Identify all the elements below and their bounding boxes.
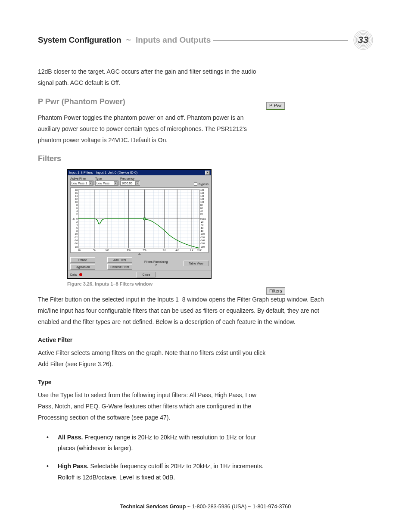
- svg-text:-14: -14: [75, 239, 78, 242]
- svg-text:20: 20: [200, 213, 203, 215]
- svg-text:12: 12: [75, 198, 78, 200]
- chevron-down-icon: ▾: [89, 181, 93, 185]
- header-title: System Configuration: [38, 35, 121, 45]
- svg-text:-18: -18: [75, 246, 78, 248]
- bullet-text: Selectable frequency cutoff is 20Hz to 2…: [58, 463, 264, 481]
- frequency-input[interactable]: 1000.00▪: [120, 180, 140, 186]
- svg-text:100: 100: [106, 249, 109, 252]
- frequency-field: Frequency 1000.00▪: [120, 177, 140, 186]
- close-icon[interactable]: ×: [205, 171, 210, 175]
- header-rule: [213, 40, 348, 40]
- svg-text:140: 140: [200, 195, 204, 197]
- add-filter-button[interactable]: Add Filter: [107, 257, 132, 263]
- page-number-badge: 33: [353, 30, 373, 50]
- table-view-button[interactable]: Table View: [184, 261, 209, 266]
- svg-text:10: 10: [75, 201, 78, 203]
- svg-text:20: 20: [78, 249, 81, 252]
- ppwr-paragraph: Phantom Power toggles the phantom power …: [38, 112, 266, 146]
- svg-text:2: 2: [76, 213, 78, 215]
- svg-text:100: 100: [200, 201, 204, 203]
- svg-text:20 K: 20 K: [197, 249, 202, 252]
- svg-text:-100: -100: [200, 233, 205, 235]
- svg-text:60: 60: [200, 207, 203, 209]
- bypass-all-button[interactable]: Bypass All: [70, 264, 95, 270]
- svg-text:dB: dB: [72, 218, 75, 221]
- svg-text:-4: -4: [76, 224, 78, 226]
- type-heading: Type: [38, 379, 266, 386]
- svg-text:-140: -140: [200, 239, 205, 242]
- type-bullet-list: All Pass. Frequency range is 20Hz to 20k…: [38, 432, 266, 484]
- phase-button[interactable]: Phase: [70, 257, 95, 263]
- header-subtitle: Inputs and Outputs: [136, 35, 211, 45]
- window-titlebar: Input 1-8 Filters - Input 1 Unit 0 (Devi…: [68, 170, 211, 175]
- page-header: System Configuration ~ Inputs and Output…: [38, 30, 373, 50]
- svg-text:-160: -160: [200, 242, 205, 245]
- active-filter-field: Active Filter Low Pass 1▾: [70, 177, 93, 186]
- spinner-icon: ▪: [135, 181, 139, 185]
- svg-text:180: 180: [200, 189, 204, 191]
- svg-text:0 deg: 0 deg: [200, 218, 206, 220]
- body-column: 12dB closer to the target. AGC occurs af…: [38, 66, 266, 483]
- svg-text:-6: -6: [76, 227, 78, 229]
- svg-text:-12: -12: [75, 236, 78, 239]
- close-button[interactable]: Close: [137, 272, 156, 277]
- filter-response-chart[interactable]: 181614 12108 642 0-2-4 -6-8-10 -12-14-16…: [70, 187, 209, 253]
- active-filter-select[interactable]: Low Pass 1▾: [70, 180, 93, 186]
- svg-text:-60: -60: [200, 227, 203, 229]
- filters-remaining: Filters Remaining 2: [144, 260, 168, 268]
- svg-text:700: 700: [143, 249, 146, 252]
- x-axis-label: Hz: [68, 253, 211, 256]
- window-data-row: Data: Close: [68, 271, 211, 278]
- svg-text:9 K: 9 K: [190, 249, 193, 252]
- svg-text:18: 18: [75, 189, 78, 191]
- status-dot-icon: [79, 273, 82, 276]
- filters-window-figure: Input 1-8 Filters - Input 1 Unit 0 (Devi…: [67, 169, 266, 279]
- svg-text:-10: -10: [75, 233, 78, 235]
- svg-point-51: [143, 218, 146, 220]
- svg-text:6: 6: [76, 207, 78, 209]
- remove-filter-button[interactable]: Remove Filter: [107, 264, 132, 270]
- svg-text:16: 16: [75, 192, 78, 194]
- type-label: Type: [95, 177, 118, 180]
- svg-text:-20: -20: [200, 221, 203, 223]
- svg-text:50: 50: [93, 249, 96, 252]
- list-item: All Pass. Frequency range is 20Hz to 20k…: [50, 432, 266, 454]
- svg-text:-180: -180: [200, 246, 205, 248]
- page-footer: Technical Services Group ~ 1-800-283-593…: [38, 499, 373, 510]
- active-filter-heading: Active Filter: [38, 336, 266, 343]
- chevron-down-icon: ▾: [114, 181, 118, 185]
- bullet-text: Frequency range is 20Hz to 20kHz with re…: [58, 434, 256, 452]
- bypass-checkbox[interactable]: Bypass: [194, 182, 209, 186]
- filters-window: Input 1-8 Filters - Input 1 Unit 0 (Devi…: [67, 169, 212, 279]
- svg-text:-8: -8: [76, 230, 78, 232]
- svg-text:120: 120: [200, 198, 204, 200]
- svg-text:4: 4: [76, 210, 78, 212]
- ppwr-heading: P Pwr (Phantom Power): [38, 97, 266, 106]
- checkbox-icon: [194, 182, 197, 186]
- active-filter-paragraph: Active Filter selects among filters on t…: [38, 348, 266, 370]
- svg-text:80: 80: [200, 204, 203, 206]
- figure-caption: Figure 3.26. Inputs 1–8 Filters window: [67, 281, 266, 286]
- svg-text:14: 14: [75, 195, 78, 197]
- header-sep: ~: [124, 35, 133, 45]
- svg-text:-2: -2: [76, 221, 78, 223]
- window-controls-row: Active Filter Low Pass 1▾ Type Low Pass▾…: [68, 175, 211, 186]
- footer-rest: ~ 1-800-283-5936 (USA) ~ 1-801-974-3760: [186, 504, 291, 510]
- filters-paragraph: The Filter button on the selected input …: [38, 294, 339, 328]
- intro-paragraph: 12dB closer to the target. AGC occurs af…: [38, 66, 266, 89]
- svg-text:300: 300: [127, 249, 131, 252]
- filters-heading: Filters: [38, 154, 266, 163]
- bullet-label: High Pass.: [58, 463, 89, 470]
- type-select[interactable]: Low Pass▾: [95, 180, 118, 186]
- svg-text:2 K: 2 K: [163, 249, 166, 252]
- data-label: Data:: [70, 273, 78, 276]
- window-title: Input 1-8 Filters - Input 1 Unit 0 (Devi…: [69, 171, 137, 174]
- svg-text:-120: -120: [200, 236, 205, 239]
- filters-button[interactable]: Filters: [266, 287, 285, 295]
- type-paragraph: Use the Type list to select from the fol…: [38, 390, 266, 423]
- svg-text:40: 40: [200, 210, 203, 212]
- svg-text:-80: -80: [200, 230, 203, 232]
- ppwr-button[interactable]: P Pwr: [266, 102, 285, 110]
- footer-label: Technical Services Group: [120, 504, 186, 510]
- list-item: High Pass. Selectable frequency cutoff i…: [50, 461, 266, 483]
